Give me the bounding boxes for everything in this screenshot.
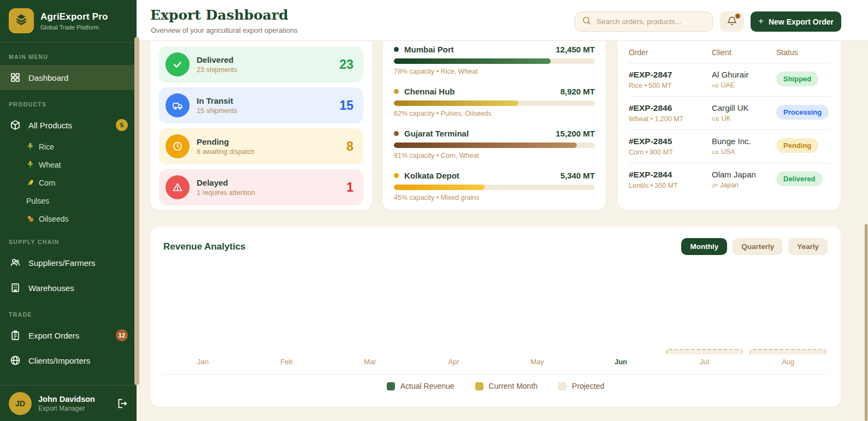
user-role: Export Manager — [38, 405, 95, 412]
status-tile-in-transit[interactable]: In Transit 15 shipments 15 — [159, 87, 363, 123]
warehouse-name: Gujarat Terminal — [404, 129, 469, 138]
capacity-bar — [394, 58, 595, 64]
sidebar-item-suppliers[interactable]: Suppliers/Farmers — [0, 250, 137, 275]
tab-quarterly[interactable]: Quarterly — [733, 238, 783, 255]
sidebar-subitem-label: Wheat — [39, 161, 61, 169]
legend-swatch — [387, 382, 395, 390]
country-code: JP — [712, 183, 718, 188]
warehouse-volume: 15,200 MT — [556, 129, 595, 138]
sidebar-item-pulses[interactable]: Pulses — [0, 192, 137, 210]
recent-orders-card: Order Client Status #EXP-2847 Rice • 500… — [618, 41, 841, 210]
legend-current-month: Current Month — [475, 382, 538, 390]
sidebar-item-label: Export Orders — [28, 331, 79, 340]
search-box[interactable] — [575, 11, 713, 32]
sidebar-item-wheat[interactable]: Wheat — [0, 156, 137, 174]
grid-icon — [10, 72, 21, 83]
client-name: Al Ghurair — [712, 70, 776, 79]
sidebar-item-rice[interactable]: Rice — [0, 138, 137, 156]
x-tick: May — [495, 358, 579, 366]
sidebar-item-export-orders[interactable]: Export Orders 12 — [0, 323, 137, 348]
dot-icon — [394, 89, 399, 94]
country: USA — [721, 148, 735, 156]
truck-icon — [166, 93, 190, 117]
tab-monthly[interactable]: Monthly — [681, 238, 727, 255]
brand-block: AgriExport Pro Global Trade Platform — [0, 0, 137, 43]
x-tick-current: Jun — [579, 358, 663, 366]
table-row[interactable]: #EXP-2847 Rice • 500 MT Al Ghurair AE UA… — [629, 63, 830, 97]
x-tick: Mar — [328, 358, 412, 366]
sidebar-item-warehouses[interactable]: Warehouses — [0, 275, 137, 300]
status-badge: Pending — [776, 138, 818, 153]
revenue-analytics-card: Revenue Analytics Monthly Quarterly Year… — [150, 227, 841, 407]
warehouse-row-chennai: Chennai Hub 8,920 MT 62% capacity • Puls… — [394, 87, 595, 117]
status-count: 15 — [339, 98, 353, 113]
sidebar-subitem-label: Pulses — [26, 197, 49, 205]
user-profile[interactable]: JD John Davidson Export Manager — [0, 385, 137, 421]
search-input[interactable] — [597, 17, 706, 26]
sidebar-item-corn[interactable]: Corn — [0, 174, 137, 192]
order-detail: Corn • 800 MT — [629, 149, 712, 156]
sidebar-item-label: Clients/Importers — [28, 356, 90, 365]
bar-column-jul — [663, 349, 746, 354]
check-icon — [166, 52, 190, 76]
avatar: JD — [9, 392, 32, 415]
sidebar-scrollbar[interactable] — [134, 37, 139, 385]
export-orders-badge: 12 — [116, 329, 128, 341]
sidebar-item-label: Dashboard — [28, 73, 68, 82]
order-id: #EXP-2847 — [629, 70, 712, 80]
section-trade: TRADE — [9, 311, 128, 318]
x-tick: Aug — [746, 358, 830, 366]
country: UK — [722, 115, 731, 122]
peanut-icon — [26, 215, 34, 223]
sidebar-item-all-products[interactable]: All Products 5 — [0, 112, 137, 138]
sidebar-subitem-label: Corn — [39, 179, 55, 187]
new-export-order-button[interactable]: + New Export Order — [751, 11, 841, 32]
plus-icon: + — [758, 16, 764, 27]
projected-bar — [749, 349, 826, 354]
order-detail: Wheat • 1,200 MT — [629, 115, 712, 123]
x-tick: Apr — [412, 358, 495, 366]
country: UAE — [721, 81, 735, 89]
status-tile-delivered[interactable]: Delivered 23 shipments 23 — [159, 46, 363, 82]
brand-tagline: Global Trade Platform — [40, 24, 108, 31]
notifications-button[interactable] — [720, 11, 744, 32]
sidebar-item-label: Suppliers/Farmers — [28, 258, 96, 268]
dot-icon — [394, 47, 399, 52]
sidebar: AgriExport Pro Global Trade Platform MAI… — [0, 0, 137, 421]
legend-swatch — [475, 382, 483, 390]
status-badge: Shipped — [776, 72, 818, 86]
legend-label: Current Month — [489, 382, 538, 390]
warehouse-name: Mumbai Port — [404, 45, 454, 54]
legend-label: Actual Revenue — [400, 382, 454, 390]
status-subtitle: 8 awaiting dispatch — [197, 148, 255, 156]
capacity-caption: 78% capacity • Rice, Wheat — [394, 68, 595, 75]
sidebar-subitem-label: Rice — [39, 143, 54, 151]
sidebar-item-clients[interactable]: Clients/Importers — [0, 348, 137, 373]
legend-projected: Projected — [558, 382, 604, 390]
table-row[interactable]: #EXP-2844 Lentils • 350 MT Olam Japan JP… — [629, 163, 830, 196]
revenue-range-tabs: Monthly Quarterly Yearly — [681, 238, 828, 255]
main-content: Delivered 23 shipments 23 In Transit 15 … — [137, 41, 868, 421]
capacity-caption: 62% capacity • Pulses, Oilseeds — [394, 110, 595, 117]
table-row[interactable]: #EXP-2845 Corn • 800 MT Bunge Inc. US US… — [629, 130, 830, 163]
sidebar-item-oilseeds[interactable]: Oilseeds — [0, 210, 137, 228]
country-code: US — [712, 150, 719, 155]
logout-icon[interactable] — [116, 398, 128, 410]
building-icon — [10, 282, 21, 293]
tab-yearly[interactable]: Yearly — [788, 238, 828, 255]
sidebar-item-dashboard[interactable]: Dashboard — [0, 65, 137, 90]
table-row[interactable]: #EXP-2846 Wheat • 1,200 MT Cargill UK GB… — [629, 97, 830, 130]
capacity-caption: 91% capacity • Corn, Wheat — [394, 152, 595, 159]
x-tick: Jan — [161, 358, 245, 366]
status-count: 23 — [339, 57, 353, 72]
page-scrollbar[interactable] — [865, 224, 867, 421]
sidebar-subitem-label: Oilseeds — [39, 215, 68, 223]
status-title: In Transit — [197, 96, 237, 105]
status-tile-pending[interactable]: Pending 8 awaiting dispatch 8 — [159, 128, 363, 164]
warehouse-row-mumbai: Mumbai Port 12,450 MT 78% capacity • Ric… — [394, 45, 595, 75]
client-name: Bunge Inc. — [712, 137, 776, 146]
client-name: Olam Japan — [712, 170, 776, 179]
status-tile-delayed[interactable]: Delayed 1 requires attention 1 — [159, 169, 363, 205]
orders-table-header: Order Client Status — [629, 46, 830, 63]
wheat-sprig-icon — [26, 143, 34, 151]
